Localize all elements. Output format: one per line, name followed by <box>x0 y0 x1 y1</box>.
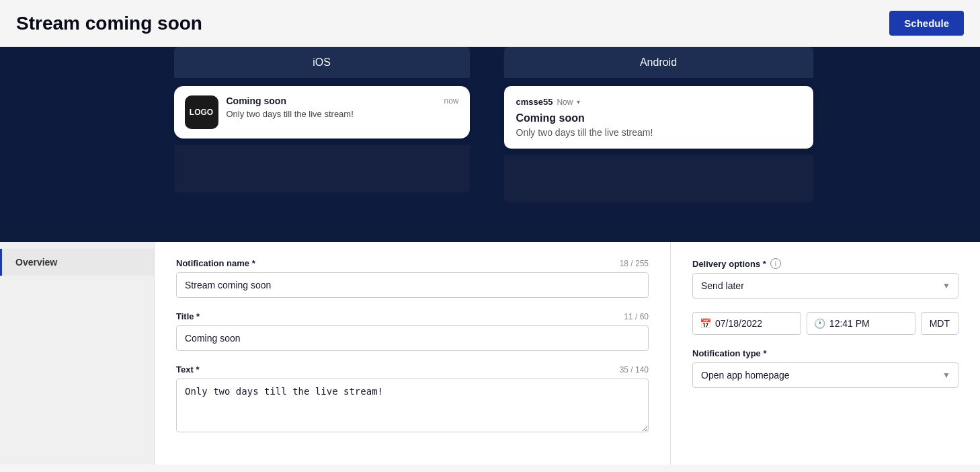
android-app-name: cmsse55 <box>516 97 553 107</box>
android-preview-column: Android cmsse55 Now ▾ Coming soon Only t… <box>491 47 825 242</box>
notification-type-label-row: Notification type * <box>692 348 958 358</box>
ios-notification-title: Coming soon <box>227 95 286 106</box>
text-label: Text * <box>176 364 199 375</box>
notification-type-group: Notification type * Open app homepage Op… <box>692 348 958 388</box>
options-panel: Delivery options * i Send later Send now… <box>671 242 980 465</box>
title-label-row: Title * 11 / 60 <box>176 311 649 321</box>
time-field[interactable]: 🕐 12:41 PM <box>807 312 915 335</box>
clock-icon: 🕐 <box>814 318 825 329</box>
sidebar: Overview <box>0 242 155 465</box>
title-group: Title * 11 / 60 <box>176 311 649 351</box>
ios-notification-time: now <box>444 96 458 106</box>
ios-header-row: Coming soon now <box>227 95 459 106</box>
notification-name-counter: 18 / 255 <box>620 259 649 268</box>
right-side-panel <box>825 47 980 242</box>
notification-type-select-wrapper: Open app homepage Open URL Deep link ▼ <box>692 362 958 388</box>
date-field[interactable]: 📅 07/18/2022 <box>692 312 801 335</box>
ios-logo: LOGO <box>185 95 218 129</box>
android-notification-card: cmsse55 Now ▾ Coming soon Only two days … <box>504 86 813 149</box>
text-counter: 35 / 140 <box>620 365 649 375</box>
sidebar-item-overview-label: Overview <box>15 257 57 268</box>
main-content: Overview Notification name * 18 / 255 Ti… <box>0 242 980 465</box>
header: Stream coming soon Schedule <box>0 0 980 47</box>
notification-name-group: Notification name * 18 / 255 <box>176 258 649 298</box>
notification-type-select[interactable]: Open app homepage Open URL Deep link <box>692 362 958 388</box>
datetime-row: 📅 07/18/2022 🕐 12:41 PM MDT <box>692 312 958 335</box>
android-notification-title: Coming soon <box>516 112 801 124</box>
preview-area: iOS LOGO Coming soon now Only two days t… <box>0 47 980 242</box>
delivery-options-group: Delivery options * i Send later Send now… <box>692 258 958 299</box>
time-value: 12:41 PM <box>829 318 870 329</box>
android-chevron-icon: ▾ <box>577 98 580 106</box>
delivery-info-icon[interactable]: i <box>770 258 781 269</box>
form-area: Notification name * 18 / 255 Title * 11 … <box>155 242 671 465</box>
page-title: Stream coming soon <box>16 13 202 34</box>
date-value: 07/18/2022 <box>715 318 762 329</box>
delivery-select-wrapper: Send later Send now Schedule ▼ <box>692 273 958 299</box>
android-notification-time: Now <box>557 97 573 107</box>
delivery-label-row: Delivery options * i <box>692 258 958 269</box>
left-side-panel <box>0 47 155 242</box>
title-input[interactable] <box>176 325 649 351</box>
notification-type-label: Notification type * <box>692 348 767 358</box>
delivery-select[interactable]: Send later Send now Schedule <box>692 273 958 299</box>
schedule-button[interactable]: Schedule <box>889 11 964 36</box>
notification-name-input[interactable] <box>176 272 649 298</box>
ios-card-content: Coming soon now Only two days till the l… <box>227 95 459 119</box>
notification-name-label: Notification name * <box>176 258 255 268</box>
ios-preview-column: iOS LOGO Coming soon now Only two days t… <box>155 47 489 242</box>
text-group: Text * 35 / 140 Only two days till the l… <box>176 364 649 435</box>
ios-notification-card: LOGO Coming soon now Only two days till … <box>174 86 470 139</box>
android-label: Android <box>504 47 813 78</box>
delivery-label: Delivery options * <box>692 259 766 269</box>
android-notification-body: Only two days till the live stream! <box>516 127 801 138</box>
timezone-field[interactable]: MDT <box>921 312 958 335</box>
title-label: Title * <box>176 311 200 321</box>
android-preview-bottom <box>504 155 813 202</box>
sidebar-item-overview[interactable]: Overview <box>0 249 154 276</box>
ios-label: iOS <box>174 47 470 78</box>
text-textarea[interactable]: Only two days till the live stream! <box>176 379 649 432</box>
timezone-value: MDT <box>930 318 950 329</box>
ios-notification-body: Only two days till the live stream! <box>227 109 459 119</box>
ios-preview-bottom <box>174 145 470 192</box>
calendar-icon: 📅 <box>700 318 711 329</box>
title-counter: 11 / 60 <box>624 312 649 321</box>
android-top-row: cmsse55 Now ▾ <box>516 97 801 107</box>
notification-name-label-row: Notification name * 18 / 255 <box>176 258 649 268</box>
text-label-row: Text * 35 / 140 <box>176 364 649 375</box>
